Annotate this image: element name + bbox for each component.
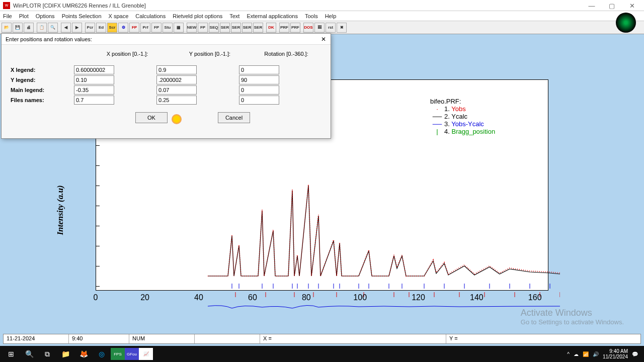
menu-external-applications[interactable]: External applications <box>247 13 298 19</box>
ser3-icon[interactable]: SER <box>242 23 252 33</box>
menu-help[interactable]: Help <box>325 13 337 19</box>
prf-icon[interactable]: Prf <box>140 23 150 33</box>
tray-notifications-icon[interactable]: 💬 <box>632 351 638 357</box>
ok-button[interactable]: OK <box>135 112 168 123</box>
ser4-icon[interactable]: SER <box>253 23 263 33</box>
explorer-icon[interactable]: 📁 <box>56 347 74 361</box>
legend-marker-yobs: · <box>430 105 444 113</box>
menu-plot[interactable]: Plot <box>19 13 29 19</box>
fp-icon[interactable]: FP <box>129 23 139 33</box>
ylegend-y-input[interactable] <box>156 75 197 84</box>
new-cif-icon[interactable]: NEW <box>187 23 197 33</box>
legend-marker-ycalc: ── <box>430 113 444 120</box>
status-num: NUM <box>129 334 195 343</box>
x-axis-ticks: 020406080100120140160 <box>96 293 548 302</box>
dos-icon[interactable]: DOS <box>303 23 313 33</box>
gear-icon[interactable]: ⚙ <box>118 23 128 33</box>
windows-taskbar: ⊞ 🔍 ⧉ 📁 🦊 ◎ FPS GFou 📈 ^ ☁ 📶 🔊 9:40 AM 1… <box>0 346 644 362</box>
prf3-icon[interactable]: PRF <box>290 23 300 33</box>
app1-icon[interactable]: FPS <box>111 348 125 360</box>
xlegend-x-input[interactable] <box>74 65 114 74</box>
dialog-close-button[interactable]: ✕ <box>318 35 329 44</box>
grid-icon[interactable]: ▦ <box>174 23 184 33</box>
menu-calculations[interactable]: Calculations <box>135 13 166 19</box>
status-y: Y = <box>446 334 640 343</box>
window-titlebar: W WinPLOTR [CDIFX UMR6226 Rennes / ILL G… <box>0 0 644 11</box>
ser2-icon[interactable]: SER <box>231 23 241 33</box>
mainlegend-y-input[interactable] <box>156 85 197 95</box>
legend-marker-diff: ── <box>430 120 444 128</box>
menu-rietveld-plot-options[interactable]: Rietveld plot options <box>173 13 222 19</box>
filenames-x-input[interactable] <box>74 96 114 105</box>
ser1-icon[interactable]: SER <box>220 23 230 33</box>
open-icon[interactable]: 📂 <box>2 23 12 33</box>
winplotr-taskbar-icon[interactable]: 📈 <box>139 348 153 360</box>
print-icon[interactable]: 🖨 <box>24 23 34 33</box>
scr-icon[interactable]: Scr <box>107 23 117 33</box>
row-xlegend-label: X legend: <box>11 67 74 73</box>
toolbar: 📂 💾 🖨 📋 🔍 ◀ ▶ Pcr Ed Scr ⚙ FP Prf FP Stu… <box>0 21 644 34</box>
firefox-icon[interactable]: 🦊 <box>74 347 93 361</box>
row-mainlegend-label: Main legend: <box>11 87 74 93</box>
start-button[interactable]: ⊞ <box>2 347 20 361</box>
zoom-icon[interactable]: 🔍 <box>48 23 58 33</box>
maximize-button[interactable]: ▢ <box>602 0 622 11</box>
seq-icon[interactable]: SEQ <box>209 23 219 33</box>
tray-clock[interactable]: 9:40 AM 11/21/2024 <box>603 348 628 359</box>
cancel-button[interactable]: Cancel <box>218 112 250 123</box>
diffraction-pattern <box>208 180 560 311</box>
menu-x-space[interactable]: X space <box>109 13 129 19</box>
positions-dialog: Enter positions and rotation values: ✕ X… <box>1 33 331 139</box>
prf2-icon[interactable]: PRF <box>279 23 289 33</box>
menu-text[interactable]: Text <box>229 13 239 19</box>
reset-icon[interactable]: rst <box>326 23 336 33</box>
status-time: 9:40 <box>69 334 129 343</box>
search-icon[interactable]: 🔍 <box>20 347 38 361</box>
edge-icon[interactable]: ◎ <box>93 347 111 361</box>
ylegend-x-input[interactable] <box>74 75 114 84</box>
menu-tools[interactable]: Tools <box>305 13 318 19</box>
dk-icon[interactable]: DK <box>266 23 276 33</box>
mainlegend-r-input[interactable] <box>239 85 279 95</box>
legend-title: bifeo.PRF: <box>430 98 495 105</box>
nav-right-icon[interactable]: ▶ <box>72 23 82 33</box>
fp2-icon[interactable]: FP <box>151 23 162 33</box>
menu-bar: File Plot Options Points Selection X spa… <box>0 11 644 21</box>
dialog-title: Enter positions and rotation values: <box>2 34 331 45</box>
save-icon[interactable]: 💾 <box>13 23 23 33</box>
tray-chevron-icon[interactable]: ^ <box>567 351 570 357</box>
close-button[interactable]: ✕ <box>622 0 642 11</box>
minimize-button[interactable]: — <box>582 0 602 11</box>
mainlegend-x-input[interactable] <box>74 85 114 95</box>
pcr-icon[interactable]: Pcr <box>85 23 95 33</box>
bold-close-icon[interactable]: ✖ <box>337 23 347 33</box>
cyc-icon[interactable]: Stu <box>163 23 173 33</box>
overlay-badge <box>616 13 636 33</box>
menu-file[interactable]: File <box>3 13 12 19</box>
menu-options[interactable]: Options <box>36 13 55 19</box>
nav-left-icon[interactable]: ◀ <box>61 23 71 33</box>
ylegend-r-input[interactable] <box>239 75 279 84</box>
xlegend-r-input[interactable] <box>239 65 279 74</box>
copy-icon[interactable]: 📋 <box>37 23 47 33</box>
window-title: WinPLOTR [CDIFX UMR6226 Rennes / ILL Gre… <box>13 3 146 9</box>
img-icon[interactable]: 🖼 <box>314 23 325 33</box>
ed-icon[interactable]: Ed <box>96 23 106 33</box>
filenames-r-input[interactable] <box>239 96 279 105</box>
filenames-y-input[interactable] <box>156 96 197 105</box>
fp-cyc-icon[interactable]: FP <box>198 23 208 33</box>
y-axis-label: Intensity (a.u) <box>55 185 65 235</box>
xlegend-y-input[interactable] <box>156 65 197 74</box>
system-tray[interactable]: ^ ☁ 📶 🔊 9:40 AM 11/21/2024 💬 <box>567 348 642 359</box>
row-filenames-label: Files names: <box>11 97 74 103</box>
click-highlight-icon <box>172 114 182 124</box>
tray-volume-icon[interactable]: 🔊 <box>593 351 599 357</box>
menu-points-selection[interactable]: Points Selection <box>62 13 102 19</box>
status-blank <box>195 334 260 343</box>
task-view-icon[interactable]: ⧉ <box>38 347 56 361</box>
tray-wifi-icon[interactable]: 📶 <box>583 351 589 357</box>
tray-cloud-icon[interactable]: ☁ <box>574 351 579 357</box>
activate-windows-watermark: Activate Windows Go to Settings to activ… <box>521 308 624 326</box>
status-x: X = <box>260 334 446 343</box>
app2-icon[interactable]: GFou <box>125 348 139 360</box>
